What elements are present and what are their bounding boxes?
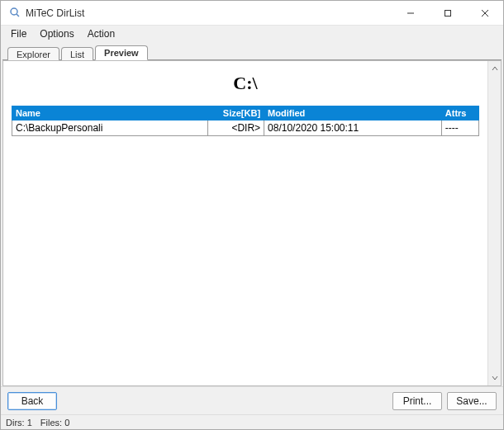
col-attrs[interactable]: Attrs <box>441 106 478 120</box>
listing-table: Name Size[KB] Modified Attrs C:\BackupPe… <box>12 106 479 136</box>
menu-file[interactable]: File <box>4 26 33 41</box>
tab-list[interactable]: List <box>61 47 93 60</box>
menu-action[interactable]: Action <box>81 26 121 41</box>
close-button[interactable] <box>466 1 503 25</box>
maximize-button[interactable] <box>429 1 466 25</box>
scroll-up-icon[interactable] <box>489 63 501 74</box>
status-bar: Dirs: 1 Files: 0 <box>1 414 503 429</box>
print-button[interactable]: Print... <box>392 392 442 410</box>
status-files-label: Files: <box>40 418 62 428</box>
col-size[interactable]: Size[KB] <box>208 106 264 120</box>
svg-point-0 <box>11 8 17 15</box>
cell-attrs: ---- <box>441 120 478 136</box>
scroll-down-icon[interactable] <box>489 372 501 384</box>
table-header-row: Name Size[KB] Modified Attrs <box>12 106 479 120</box>
cell-size: <DIR> <box>208 120 264 136</box>
tab-explorer[interactable]: Explorer <box>7 47 59 60</box>
path-title: C:\ <box>12 73 479 94</box>
titlebar: MiTeC DirList <box>1 1 503 26</box>
vertical-scrollbar[interactable] <box>487 61 501 385</box>
app-window: MiTeC DirList File Options Action Explor… <box>0 0 504 430</box>
app-icon <box>7 7 21 20</box>
menubar: File Options Action <box>1 26 503 42</box>
cell-modified: 08/10/2020 15:00:11 <box>264 120 442 136</box>
window-title: MiTeC DirList <box>26 7 84 19</box>
status-dirs-label: Dirs: <box>6 418 25 428</box>
window-controls <box>392 1 503 25</box>
preview-inner: C:\ Name Size[KB] Modified Attrs <box>3 61 487 385</box>
content-area: C:\ Name Size[KB] Modified Attrs <box>1 60 503 386</box>
tabstrip-container: Explorer List Preview <box>1 42 503 60</box>
cell-name: C:\BackupPersonali <box>12 120 208 136</box>
button-bar: Back Print... Save... <box>1 386 503 414</box>
svg-line-1 <box>17 14 19 17</box>
col-modified[interactable]: Modified <box>264 106 442 120</box>
status-files-count: 0 <box>64 418 69 428</box>
menu-options[interactable]: Options <box>33 26 80 41</box>
col-name[interactable]: Name <box>12 106 208 120</box>
save-button[interactable]: Save... <box>447 392 497 410</box>
status-dirs: Dirs: 1 <box>6 418 32 428</box>
table-row[interactable]: C:\BackupPersonali <DIR> 08/10/2020 15:0… <box>12 120 479 136</box>
status-files: Files: 0 <box>40 418 69 428</box>
back-button[interactable]: Back <box>7 392 57 410</box>
tab-preview[interactable]: Preview <box>95 45 148 60</box>
preview-pane: C:\ Name Size[KB] Modified Attrs <box>2 60 502 386</box>
tabstrip: Explorer List Preview <box>2 44 502 60</box>
status-dirs-count: 1 <box>27 418 32 428</box>
minimize-button[interactable] <box>392 1 429 25</box>
svg-rect-3 <box>445 10 450 16</box>
